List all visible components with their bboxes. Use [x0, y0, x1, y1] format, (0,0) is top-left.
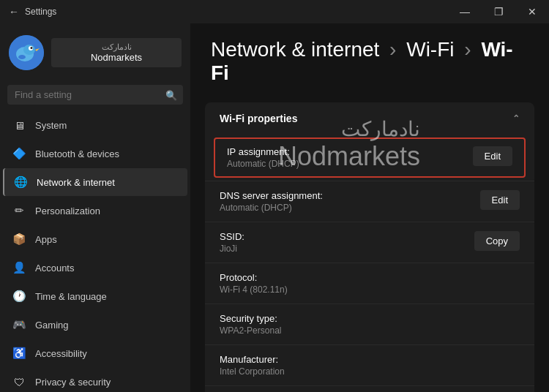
chevron-up-icon: ⌃ [512, 113, 520, 124]
sidebar-item-time[interactable]: 🕐 Time & language [3, 282, 187, 310]
content-area: Network & internet › Wi-Fi › Wi-Fi Wi-Fi… [190, 23, 549, 392]
sidebar-item-personalization[interactable]: ✏ Personalization [3, 197, 187, 225]
accessibility-icon: ♿ [12, 346, 26, 361]
property-row-description: Description: Intel(R) Wi-Fi 6 AX201 160M… [205, 385, 534, 392]
property-security-value: WPA2-Personal [220, 325, 281, 336]
sidebar-item-privacy[interactable]: 🛡 Privacy & security [3, 368, 187, 392]
nav-menu: 🖥 System 🔷 Bluetooth & devices 🌐 Network… [0, 110, 190, 392]
titlebar-controls: — ❐ ✕ [448, 0, 549, 23]
property-protocol-left: Protocol: Wi-Fi 4 (802.11n) [220, 272, 288, 295]
search-box: 🔍 [7, 85, 183, 105]
sidebar: نادمارکت Nodmarkets 🔍 🖥 System 🔷 Bluetoo… [0, 23, 190, 392]
property-dns-left: DNS server assignment: Automatic (DHCP) [220, 190, 323, 213]
sidebar-item-apps[interactable]: 📦 Apps [3, 225, 187, 253]
sidebar-item-network[interactable]: 🌐 Network & internet [3, 168, 187, 196]
gaming-icon: 🎮 [12, 317, 26, 332]
time-icon: 🕐 [12, 289, 26, 304]
breadcrumb-part1: Network & internet [211, 38, 379, 61]
sidebar-item-bluetooth-label: Bluetooth & devices [35, 148, 119, 159]
property-ssid-label: SSID: [220, 231, 244, 242]
sidebar-item-time-label: Time & language [35, 291, 107, 302]
content-header: Network & internet › Wi-Fi › Wi-Fi [190, 23, 549, 97]
app-body: نادمارکت Nodmarkets 🔍 🖥 System 🔷 Bluetoo… [0, 23, 549, 392]
close-button[interactable]: ✕ [515, 0, 549, 23]
sidebar-item-system[interactable]: 🖥 System [3, 111, 187, 139]
copy-ssid-button[interactable]: Copy [474, 231, 520, 251]
property-ssid-value: JioJi [220, 244, 244, 254]
section-header[interactable]: Wi-Fi properties ⌃ [205, 102, 534, 135]
sidebar-item-accessibility[interactable]: ♿ Accessibility [3, 339, 187, 367]
network-icon: 🌐 [13, 175, 28, 189]
property-dns-label: DNS server assignment: [220, 190, 323, 201]
svg-point-4 [31, 47, 33, 49]
property-ip-value: Automatic (DHCP) [227, 159, 299, 169]
property-protocol-value: Wi-Fi 4 (802.11n) [220, 284, 288, 295]
breadcrumb: Network & internet › Wi-Fi › Wi-Fi [211, 38, 529, 85]
sidebar-item-network-label: Network & internet [37, 177, 115, 188]
titlebar: ← Settings — ❐ ✕ [0, 0, 549, 23]
property-row-dns: DNS server assignment: Automatic (DHCP) … [205, 181, 534, 222]
accounts-icon: 👤 [12, 260, 26, 275]
search-input[interactable] [7, 85, 183, 105]
user-info-box[interactable]: نادمارکت Nodmarkets [51, 38, 182, 67]
breadcrumb-part2: Wi-Fi [406, 38, 454, 61]
sidebar-item-accounts-label: Accounts [35, 263, 74, 274]
property-row-ip: IP assignment: Automatic (DHCP) Edit [214, 137, 526, 178]
property-security-left: Security type: WPA2-Personal [220, 313, 281, 336]
privacy-icon: 🛡 [12, 374, 26, 389]
breadcrumb-sep2: › [464, 38, 477, 61]
edit-ip-button[interactable]: Edit [473, 146, 512, 166]
apps-icon: 📦 [12, 232, 26, 246]
edit-dns-button[interactable]: Edit [480, 190, 520, 210]
breadcrumb-sep1: › [389, 38, 402, 61]
property-row-ssid: SSID: JioJi Copy [205, 222, 534, 263]
property-protocol-label: Protocol: [220, 272, 288, 283]
user-name-arabic: نادمارکت [60, 42, 173, 52]
sidebar-item-personalization-label: Personalization [35, 206, 100, 216]
system-icon: 🖥 [12, 118, 26, 132]
avatar [9, 35, 44, 70]
property-ssid-left: SSID: JioJi [220, 231, 244, 254]
sidebar-item-gaming-label: Gaming [35, 320, 69, 331]
property-security-label: Security type: [220, 313, 281, 324]
titlebar-title: Settings [25, 7, 56, 17]
bluetooth-icon: 🔷 [12, 146, 26, 161]
property-dns-value: Automatic (DHCP) [220, 203, 323, 213]
sidebar-item-accounts[interactable]: 👤 Accounts [3, 254, 187, 282]
property-manufacturer-value: Intel Corporation [220, 366, 285, 377]
property-ip-label: IP assignment: [227, 146, 299, 157]
property-manufacturer-label: Manufacturer: [220, 354, 285, 365]
wifi-properties-section: Wi-Fi properties ⌃ IP assignment: Automa… [205, 102, 534, 392]
property-ip-left: IP assignment: Automatic (DHCP) [227, 146, 299, 169]
user-section: نادمارکت Nodmarkets [0, 23, 190, 82]
sidebar-item-privacy-label: Privacy & security [35, 377, 111, 388]
minimize-button[interactable]: — [448, 0, 482, 23]
personalization-icon: ✏ [12, 203, 26, 218]
titlebar-left: ← Settings [9, 6, 56, 18]
user-name-english: Nodmarkets [60, 52, 173, 63]
property-manufacturer-left: Manufacturer: Intel Corporation [220, 354, 285, 377]
property-row-manufacturer: Manufacturer: Intel Corporation [205, 344, 534, 385]
back-icon[interactable]: ← [9, 6, 19, 18]
sidebar-item-accessibility-label: Accessibility [35, 348, 87, 359]
sidebar-item-bluetooth[interactable]: 🔷 Bluetooth & devices [3, 140, 187, 167]
section-title: Wi-Fi properties [220, 113, 297, 124]
sidebar-item-gaming[interactable]: 🎮 Gaming [3, 311, 187, 339]
search-icon: 🔍 [165, 89, 177, 100]
svg-point-5 [18, 55, 26, 59]
property-row-protocol: Protocol: Wi-Fi 4 (802.11n) [205, 263, 534, 304]
sidebar-item-system-label: System [35, 120, 67, 131]
property-row-security: Security type: WPA2-Personal [205, 304, 534, 344]
maximize-button[interactable]: ❐ [482, 0, 515, 23]
sidebar-item-apps-label: Apps [35, 234, 57, 245]
